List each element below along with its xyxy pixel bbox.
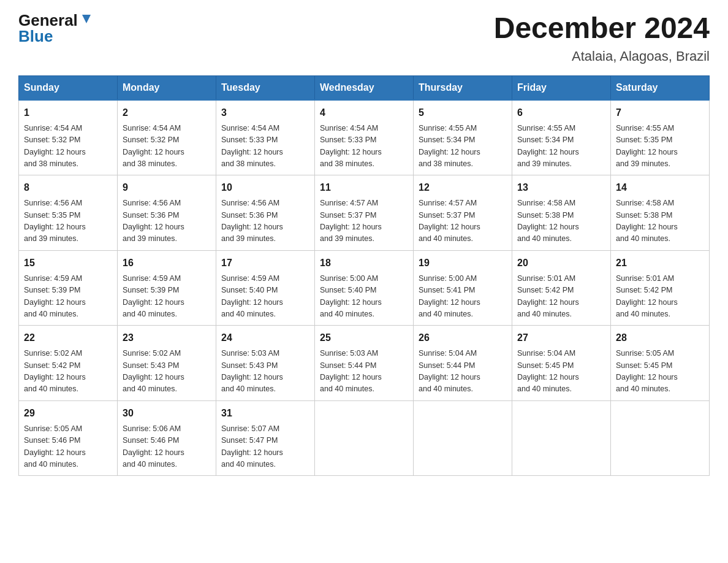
day-number: 27 <box>517 331 605 345</box>
day-number: 4 <box>320 105 408 120</box>
calendar-day-15: 15 Sunrise: 4:59 AMSunset: 5:39 PMDaylig… <box>19 250 118 326</box>
day-info: Sunrise: 4:55 AMSunset: 5:35 PMDaylight:… <box>616 124 678 168</box>
day-info: Sunrise: 4:56 AMSunset: 5:35 PMDaylight:… <box>24 199 86 243</box>
day-info: Sunrise: 4:55 AMSunset: 5:34 PMDaylight:… <box>419 124 480 168</box>
calendar-week-4: 22 Sunrise: 5:02 AMSunset: 5:42 PMDaylig… <box>19 326 710 401</box>
location-title: Atalaia, Alagoas, Brazil <box>494 48 710 64</box>
weekday-friday: Friday <box>512 75 611 100</box>
calendar-day-1: 1 Sunrise: 4:54 AMSunset: 5:32 PMDayligh… <box>19 100 118 175</box>
calendar-day-5: 5 Sunrise: 4:55 AMSunset: 5:34 PMDayligh… <box>414 100 512 175</box>
page-header: General Blue December 2024 Atalaia, Alag… <box>18 12 710 64</box>
calendar-week-3: 15 Sunrise: 4:59 AMSunset: 5:39 PMDaylig… <box>19 250 710 326</box>
calendar-body: 1 Sunrise: 4:54 AMSunset: 5:32 PMDayligh… <box>19 100 710 476</box>
day-number: 6 <box>517 105 605 120</box>
day-number: 23 <box>123 331 211 345</box>
day-info: Sunrise: 4:54 AMSunset: 5:33 PMDaylight:… <box>221 124 283 168</box>
day-info: Sunrise: 4:57 AMSunset: 5:37 PMDaylight:… <box>419 199 480 243</box>
day-info: Sunrise: 4:54 AMSunset: 5:33 PMDaylight:… <box>320 124 382 168</box>
day-info: Sunrise: 4:58 AMSunset: 5:38 PMDaylight:… <box>517 199 579 243</box>
weekday-monday: Monday <box>118 75 216 100</box>
day-number: 7 <box>616 105 704 120</box>
calendar-day-30: 30 Sunrise: 5:06 AMSunset: 5:46 PMDaylig… <box>118 400 216 476</box>
calendar-empty-cell <box>611 400 710 476</box>
calendar-day-22: 22 Sunrise: 5:02 AMSunset: 5:42 PMDaylig… <box>19 326 118 401</box>
calendar-day-16: 16 Sunrise: 4:59 AMSunset: 5:39 PMDaylig… <box>118 250 216 326</box>
calendar-day-10: 10 Sunrise: 4:56 AMSunset: 5:36 PMDaylig… <box>216 175 315 251</box>
calendar-day-26: 26 Sunrise: 5:04 AMSunset: 5:44 PMDaylig… <box>414 326 512 401</box>
day-info: Sunrise: 5:03 AMSunset: 5:43 PMDaylight:… <box>221 349 283 393</box>
day-info: Sunrise: 5:00 AMSunset: 5:41 PMDaylight:… <box>419 274 480 318</box>
calendar-day-23: 23 Sunrise: 5:02 AMSunset: 5:43 PMDaylig… <box>118 326 216 401</box>
day-info: Sunrise: 4:54 AMSunset: 5:32 PMDaylight:… <box>24 124 86 168</box>
day-info: Sunrise: 4:55 AMSunset: 5:34 PMDaylight:… <box>517 124 579 168</box>
day-info: Sunrise: 4:54 AMSunset: 5:32 PMDaylight:… <box>123 124 184 168</box>
day-info: Sunrise: 4:59 AMSunset: 5:39 PMDaylight:… <box>123 274 184 318</box>
calendar-day-7: 7 Sunrise: 4:55 AMSunset: 5:35 PMDayligh… <box>611 100 710 175</box>
day-number: 15 <box>24 256 112 270</box>
day-info: Sunrise: 4:59 AMSunset: 5:40 PMDaylight:… <box>221 274 283 318</box>
logo-blue-text: Blue <box>18 28 53 44</box>
day-number: 3 <box>221 105 309 120</box>
calendar-day-19: 19 Sunrise: 5:00 AMSunset: 5:41 PMDaylig… <box>414 250 512 326</box>
weekday-saturday: Saturday <box>611 75 710 100</box>
day-number: 8 <box>24 180 112 195</box>
day-number: 22 <box>24 331 112 345</box>
calendar-day-14: 14 Sunrise: 4:58 AMSunset: 5:38 PMDaylig… <box>611 175 710 251</box>
day-info: Sunrise: 5:02 AMSunset: 5:42 PMDaylight:… <box>24 349 86 393</box>
day-info: Sunrise: 5:01 AMSunset: 5:42 PMDaylight:… <box>517 274 579 318</box>
day-number: 17 <box>221 256 309 270</box>
day-info: Sunrise: 5:03 AMSunset: 5:44 PMDaylight:… <box>320 349 382 393</box>
calendar-day-27: 27 Sunrise: 5:04 AMSunset: 5:45 PMDaylig… <box>512 326 611 401</box>
calendar-day-3: 3 Sunrise: 4:54 AMSunset: 5:33 PMDayligh… <box>216 100 315 175</box>
day-number: 12 <box>419 180 507 195</box>
day-info: Sunrise: 5:07 AMSunset: 5:47 PMDaylight:… <box>221 424 283 469</box>
weekday-wednesday: Wednesday <box>315 75 414 100</box>
day-info: Sunrise: 5:05 AMSunset: 5:45 PMDaylight:… <box>616 349 678 393</box>
calendar-day-20: 20 Sunrise: 5:01 AMSunset: 5:42 PMDaylig… <box>512 250 611 326</box>
day-info: Sunrise: 5:05 AMSunset: 5:46 PMDaylight:… <box>24 424 86 469</box>
day-number: 5 <box>419 105 507 120</box>
weekday-tuesday: Tuesday <box>216 75 315 100</box>
title-block: December 2024 Atalaia, Alagoas, Brazil <box>494 12 710 64</box>
logo-arrow-icon <box>80 12 93 26</box>
month-title: December 2024 <box>494 12 710 45</box>
day-number: 25 <box>320 331 408 345</box>
calendar-header: SundayMondayTuesdayWednesdayThursdayFrid… <box>19 75 710 100</box>
svg-marker-0 <box>82 15 91 23</box>
day-number: 19 <box>419 256 507 270</box>
calendar-day-11: 11 Sunrise: 4:57 AMSunset: 5:37 PMDaylig… <box>315 175 414 251</box>
weekday-header-row: SundayMondayTuesdayWednesdayThursdayFrid… <box>19 75 710 100</box>
day-info: Sunrise: 4:57 AMSunset: 5:37 PMDaylight:… <box>320 199 382 243</box>
calendar-day-21: 21 Sunrise: 5:01 AMSunset: 5:42 PMDaylig… <box>611 250 710 326</box>
day-number: 21 <box>616 256 704 270</box>
day-number: 26 <box>419 331 507 345</box>
calendar-day-17: 17 Sunrise: 4:59 AMSunset: 5:40 PMDaylig… <box>216 250 315 326</box>
calendar-day-8: 8 Sunrise: 4:56 AMSunset: 5:35 PMDayligh… <box>19 175 118 251</box>
day-info: Sunrise: 4:59 AMSunset: 5:39 PMDaylight:… <box>24 274 86 318</box>
calendar-day-28: 28 Sunrise: 5:05 AMSunset: 5:45 PMDaylig… <box>611 326 710 401</box>
calendar-empty-cell <box>512 400 611 476</box>
calendar-day-29: 29 Sunrise: 5:05 AMSunset: 5:46 PMDaylig… <box>19 400 118 476</box>
day-info: Sunrise: 5:00 AMSunset: 5:40 PMDaylight:… <box>320 274 382 318</box>
day-number: 1 <box>24 105 112 120</box>
calendar-day-13: 13 Sunrise: 4:58 AMSunset: 5:38 PMDaylig… <box>512 175 611 251</box>
day-number: 10 <box>221 180 309 195</box>
calendar-day-25: 25 Sunrise: 5:03 AMSunset: 5:44 PMDaylig… <box>315 326 414 401</box>
weekday-sunday: Sunday <box>19 75 118 100</box>
calendar-week-5: 29 Sunrise: 5:05 AMSunset: 5:46 PMDaylig… <box>19 400 710 476</box>
day-number: 11 <box>320 180 408 195</box>
weekday-thursday: Thursday <box>414 75 512 100</box>
day-number: 20 <box>517 256 605 270</box>
calendar-day-9: 9 Sunrise: 4:56 AMSunset: 5:36 PMDayligh… <box>118 175 216 251</box>
day-number: 16 <box>123 256 211 270</box>
day-number: 30 <box>123 406 211 421</box>
logo-general-text: General <box>18 12 78 28</box>
day-number: 31 <box>221 406 309 421</box>
calendar-week-2: 8 Sunrise: 4:56 AMSunset: 5:35 PMDayligh… <box>19 175 710 251</box>
day-number: 24 <box>221 331 309 345</box>
day-number: 13 <box>517 180 605 195</box>
calendar-day-4: 4 Sunrise: 4:54 AMSunset: 5:33 PMDayligh… <box>315 100 414 175</box>
day-number: 2 <box>123 105 211 120</box>
day-info: Sunrise: 4:56 AMSunset: 5:36 PMDaylight:… <box>123 199 184 243</box>
calendar-day-2: 2 Sunrise: 4:54 AMSunset: 5:32 PMDayligh… <box>118 100 216 175</box>
